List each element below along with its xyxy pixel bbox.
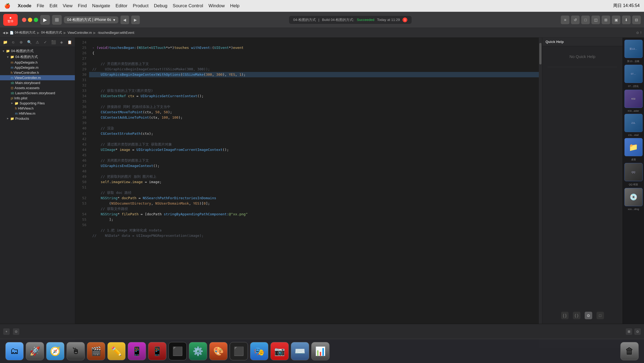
qh-braces-icon[interactable]: { } — [561, 312, 569, 319]
thumb-7[interactable]: 💿 — [624, 188, 643, 206]
sidebar-report-icon[interactable]: 📋 — [67, 39, 72, 45]
qh-circle-icon[interactable]: ⊙ — [585, 312, 592, 319]
scheme-selector[interactable]: 04-检图的方式 | iPhone 6s ▾ — [64, 16, 118, 23]
refresh-button[interactable]: ↺ — [571, 16, 580, 24]
tree-item-appdelegateh[interactable]: m AppDelegate.h — [0, 60, 75, 65]
dock-app14[interactable]: ⌨️ — [291, 342, 309, 360]
add-file-button[interactable]: + — [3, 328, 10, 335]
sidebar-debug-icon[interactable]: ⬛ — [50, 39, 56, 45]
qh-parens-icon[interactable]: ( ) — [573, 312, 580, 319]
menu-xcode[interactable]: Xcode — [18, 3, 31, 9]
menu-find[interactable]: Find — [78, 3, 87, 9]
filter-button[interactable]: ⊙ — [13, 328, 19, 335]
dock-app7[interactable]: 📱 — [148, 342, 166, 360]
tree-item-mainstoryboard[interactable]: sb Main.storyboard — [0, 80, 75, 85]
back-button[interactable]: ◀ — [120, 16, 129, 24]
tree-item-supporting[interactable]: ▼ 📁 Supporting Files — [0, 101, 75, 106]
dock-mouse[interactable]: 🖱 — [67, 342, 85, 360]
maximize-button[interactable] — [34, 18, 38, 22]
dock-safari[interactable]: 🧭 — [46, 342, 64, 360]
sidebar-test-icon[interactable]: ✓ — [42, 39, 48, 45]
run-button[interactable]: ▶ — [40, 15, 50, 25]
menu-file[interactable]: File — [37, 3, 44, 9]
thumb-3[interactable]: KSI — [624, 90, 643, 108]
tree-item-viewcontrollerh[interactable]: h ViewController.h — [0, 70, 75, 75]
thumb-6[interactable]: QQ — [624, 163, 643, 181]
minimize-button[interactable] — [28, 18, 32, 22]
vertical-scrollbar[interactable] — [539, 38, 542, 348]
thumb-1[interactable]: 第13… — [624, 40, 643, 58]
menu-product[interactable]: Product — [133, 3, 149, 9]
menu-edit[interactable]: Edit — [49, 3, 57, 9]
dock-app9[interactable]: ⚙️ — [189, 342, 207, 360]
editor-version[interactable]: ⊞ — [602, 16, 610, 24]
menu-source-control[interactable]: Source Control — [173, 3, 203, 9]
editor-standard[interactable]: □ — [581, 16, 590, 24]
sidebar-source-icon[interactable]: ⎋ — [10, 39, 16, 45]
sidebar-folder-icon[interactable]: 📁 — [2, 39, 8, 45]
bc-item-2[interactable]: 04-检图的方式 — [41, 30, 62, 35]
tree-item-assets[interactable]: ⊡ Assets.xcassets — [0, 85, 75, 90]
thumb-5[interactable]: 📁 — [624, 138, 643, 156]
apple-menu[interactable]: 🍎 — [4, 3, 10, 9]
sidebar-symbol-icon[interactable]: ⊕ — [18, 39, 24, 45]
scope-button[interactable]: ⊙ — [634, 328, 641, 335]
expand-icon: ▼ — [2, 50, 5, 53]
build-stop-button[interactable] — [52, 15, 62, 25]
dock-app12[interactable]: 🎭 — [250, 342, 268, 360]
bc-nav-prev[interactable]: ◀ — [3, 31, 5, 35]
menu-window[interactable]: Window — [208, 3, 225, 9]
qh-square-icon[interactable]: □ — [597, 312, 604, 319]
tree-item-products[interactable]: ▼ 📁 Products — [0, 116, 75, 121]
bc-nav-next[interactable]: ▶ — [6, 31, 9, 35]
sidebar-issue-icon[interactable]: ⚠ — [34, 39, 40, 45]
dock-app10[interactable]: 🎨 — [209, 342, 228, 360]
code-content[interactable]: - (void)touchesBegan:(NSSet<UITouch*>*)t… — [89, 38, 539, 348]
debug-area-toggle[interactable]: ⬇ — [622, 16, 631, 24]
editor-assistant[interactable]: ◫ — [591, 16, 600, 24]
dock-terminal[interactable]: ⬛ — [169, 342, 187, 360]
tree-item-appdelegatem[interactable]: m AppDelegate.m — [0, 65, 75, 70]
tree-item-viewcontrollerm[interactable]: m ViewController.m — [0, 75, 75, 80]
dock-app11[interactable]: ⬛ — [230, 342, 248, 360]
close-button[interactable] — [22, 18, 26, 22]
grid-view-button[interactable]: ⊞ — [626, 328, 632, 335]
menu-view[interactable]: View — [63, 3, 73, 9]
scrollbar-thumb[interactable] — [539, 43, 541, 64]
tree-item-hmviewh[interactable]: h HMView.h — [0, 106, 75, 111]
dock-finder[interactable]: 🗂 — [5, 342, 24, 360]
stop-button[interactable]: ■ 暂停 — [3, 14, 18, 26]
dock-app6[interactable]: 📱 — [128, 342, 146, 360]
dock-app13[interactable]: 📷 — [270, 342, 289, 360]
code-editor: 24 25 26 27 28 29 30 31 32 33 34 35 36 3… — [75, 38, 542, 348]
sidebar-right-toggle[interactable]: ▣ — [612, 16, 620, 24]
forward-button[interactable]: ▶ — [131, 16, 140, 24]
sidebar-breakpoint-icon[interactable]: ◈ — [58, 39, 64, 45]
navigator-toggle[interactable]: ≡ — [561, 16, 569, 24]
bc-action-2[interactable]: ! — [641, 31, 641, 35]
tree-item-root[interactable]: ▼ 📁 04-检图的方式 — [0, 48, 75, 54]
bc-item-4[interactable]: -touchesBegan:withEvent: — [97, 31, 135, 35]
thumb-label-2: 07… — [631, 72, 636, 75]
tree-item-infoplist[interactable]: pl Info.plist — [0, 96, 75, 101]
inspectors-toggle[interactable]: ⊟ — [632, 16, 641, 24]
menu-navigate[interactable]: Navigate — [92, 3, 110, 9]
tree-item-launchscreen[interactable]: sb LaunchScreen.storyboard — [0, 90, 75, 96]
menu-editor[interactable]: Editor — [115, 3, 127, 9]
dock-trash[interactable]: 🗑 — [620, 342, 639, 360]
bc-action-1[interactable]: ⊙ — [636, 31, 639, 35]
dock-sketch[interactable]: ✏️ — [107, 342, 126, 360]
dock-launchpad[interactable]: 🚀 — [26, 342, 44, 360]
tree-item-hmviewm[interactable]: m HMView.m — [0, 111, 75, 116]
bc-item-3[interactable]: ViewController.m — [68, 31, 92, 35]
sidebar-find-icon[interactable]: 🔍 — [26, 39, 32, 45]
thumb-4[interactable]: ZJL — [624, 114, 643, 132]
tree-item-group[interactable]: ▼ 📁 04-检图的方式 — [0, 54, 75, 60]
dock-app4[interactable]: 🎬 — [87, 342, 105, 360]
dock-calculator[interactable]: 📊 — [311, 342, 330, 360]
thumb-2[interactable]: 07… — [624, 65, 643, 83]
quick-help-panel: Quick Help No Quick Help { } ( ) ⊙ □ No … — [542, 38, 623, 348]
bc-item-1[interactable]: 04-检图的方式 — [15, 30, 35, 35]
menu-help[interactable]: Help — [230, 3, 239, 9]
menu-debug[interactable]: Debug — [154, 3, 167, 9]
